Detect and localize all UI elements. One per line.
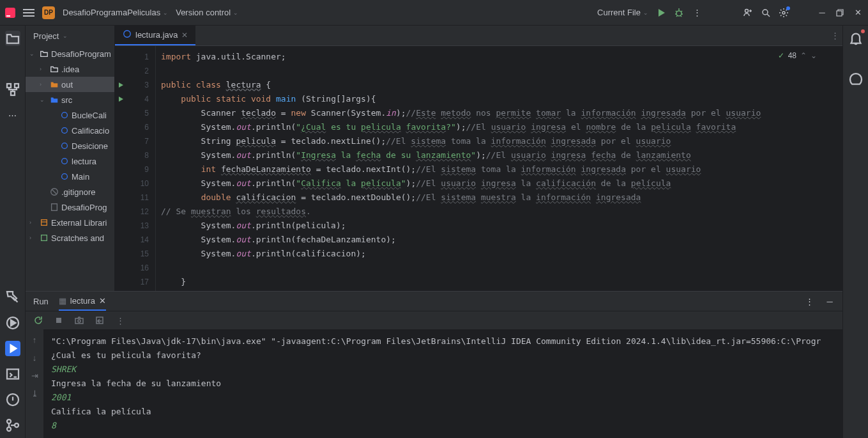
hammer-tool-button[interactable] (5, 290, 20, 305)
down-stack-button[interactable]: ↓ (29, 352, 40, 363)
svg-rect-6 (15, 84, 19, 88)
svg-point-2 (763, 10, 768, 15)
svg-rect-4 (837, 11, 842, 16)
screenshot-button[interactable] (74, 315, 84, 325)
ij-logo-icon (5, 8, 15, 18)
inspection-widget[interactable]: ✓ 48 ⌃ ⌄ (778, 51, 817, 60)
project-panel: Project ⌄ ⌄DesafioProgram›.idea›out⌄srcB… (26, 26, 115, 291)
notifications-button[interactable] (848, 31, 864, 46)
tree-item[interactable]: ›Scratches and (26, 230, 114, 246)
debug-button[interactable] (674, 8, 684, 18)
svg-point-14 (62, 113, 68, 118)
project-badge: DP (42, 6, 55, 19)
terminal-tool-button[interactable] (5, 366, 20, 382)
tree-item[interactable]: lectura (26, 153, 114, 169)
right-tool-rail (842, 26, 868, 438)
titlebar: DP DesafioProgramaPeliculas ⌄ Version co… (0, 0, 868, 26)
search-everywhere-icon[interactable] (761, 8, 771, 18)
rerun-button[interactable] (33, 315, 43, 325)
maximize-button[interactable] (835, 8, 845, 18)
structure-tool-button[interactable] (5, 82, 20, 97)
run-gutter[interactable] (115, 46, 126, 291)
tree-item[interactable]: .gitignore (26, 184, 114, 199)
run-actions-more[interactable]: ⋮ (115, 315, 125, 325)
run-tool-button[interactable] (5, 341, 20, 356)
hide-run-button[interactable]: ─ (825, 296, 835, 306)
more-actions-button[interactable]: ⋮ (692, 8, 702, 18)
tree-item[interactable]: DesafioProg (26, 199, 114, 215)
svg-point-23 (124, 31, 131, 38)
run-more-button[interactable]: ⋮ (804, 296, 814, 306)
project-name-label: DesafioProgramaPeliculas (63, 8, 160, 17)
tree-item[interactable]: ›.idea (26, 61, 114, 77)
run-side-toolbar: ↑ ↓ ⇥ ⤓ (26, 329, 43, 438)
svg-point-3 (782, 12, 785, 14)
minimize-button[interactable]: ─ (817, 8, 827, 18)
svg-rect-22 (42, 235, 47, 241)
editor: lectura.java ✕ ⋮ 12345678910111213141516… (115, 26, 842, 291)
vcs-dropdown[interactable]: Version control ⌄ (176, 8, 238, 17)
stop-button[interactable] (54, 315, 64, 325)
code-with-me-icon[interactable] (743, 8, 753, 18)
close-window-button[interactable]: ✕ (853, 8, 863, 18)
tree-item[interactable]: ⌄DesafioProgram (26, 46, 114, 61)
svg-point-12 (7, 427, 11, 431)
more-tools-button[interactable]: ⋯ (5, 107, 20, 123)
prev-problem-button[interactable]: ⌃ (800, 51, 807, 60)
main-menu-button[interactable] (23, 9, 34, 17)
problems-tool-button[interactable] (5, 392, 20, 407)
left-tool-rail: ⋯ (0, 26, 26, 438)
run-config-tab[interactable]: ▦ lectura ✕ (59, 292, 106, 311)
console-output[interactable]: "C:\Program Files\Java\jdk-17\bin\java.e… (43, 329, 842, 438)
editor-more-button[interactable]: ⋮ (827, 26, 842, 45)
svg-rect-25 (75, 318, 83, 324)
run-config-dropdown[interactable]: Current File ⌄ (597, 8, 648, 17)
vcs-tool-button[interactable] (5, 418, 20, 433)
tree-item[interactable]: Desicione (26, 138, 114, 153)
close-run-tab-button[interactable]: ✕ (99, 296, 106, 306)
svg-rect-20 (52, 204, 57, 211)
project-tree[interactable]: ⌄DesafioProgram›.idea›out⌄srcBucleCaliCa… (26, 46, 114, 291)
svg-point-1 (745, 9, 749, 12)
editor-tab[interactable]: lectura.java ✕ (115, 26, 195, 45)
run-panel: Run ▦ lectura ✕ ⋮ ─ ⋮ ↑ ↓ (26, 291, 842, 438)
run-button[interactable] (656, 8, 666, 18)
scroll-end-button[interactable]: ⤓ (29, 388, 40, 398)
ai-assistant-button[interactable] (848, 72, 864, 87)
run-panel-title: Run (33, 297, 49, 306)
tree-item[interactable]: Calificacio (26, 123, 114, 138)
services-tool-button[interactable] (5, 315, 20, 331)
vcs-label: Version control (176, 8, 231, 17)
chevron-down-icon: ⌄ (163, 10, 168, 16)
svg-rect-7 (11, 91, 15, 95)
tree-item[interactable]: Main (26, 169, 114, 184)
tree-item[interactable]: ›External Librari (26, 215, 114, 230)
project-panel-title: Project (33, 31, 59, 41)
svg-point-26 (78, 320, 80, 322)
svg-point-15 (62, 128, 68, 134)
svg-point-17 (62, 159, 68, 164)
tree-item[interactable]: ⌄src (26, 92, 114, 107)
svg-rect-5 (7, 84, 11, 88)
tree-item[interactable]: BucleCali (26, 107, 114, 123)
svg-point-16 (62, 143, 68, 149)
project-panel-header[interactable]: Project ⌄ (26, 26, 114, 46)
project-tool-button[interactable] (5, 31, 20, 46)
project-dropdown[interactable]: DesafioProgramaPeliculas ⌄ (63, 8, 168, 17)
svg-point-13 (15, 423, 19, 427)
svg-point-18 (62, 174, 68, 180)
up-stack-button[interactable]: ↑ (29, 334, 40, 345)
close-tab-button[interactable]: ✕ (181, 31, 188, 40)
soft-wrap-button[interactable]: ⇥ (29, 370, 40, 380)
java-file-icon (123, 29, 132, 40)
tree-item[interactable]: ›out (26, 77, 114, 92)
next-problem-button[interactable]: ⌄ (811, 51, 817, 60)
run-config-label: Current File (597, 8, 641, 17)
svg-rect-24 (56, 318, 61, 323)
svg-rect-21 (42, 220, 47, 226)
chevron-down-icon: ⌄ (233, 10, 238, 16)
code-content[interactable]: import java.util.Scanner; public class l… (156, 46, 842, 291)
chevron-down-icon: ⌄ (63, 33, 68, 39)
settings-icon[interactable] (779, 8, 789, 18)
exit-button[interactable] (95, 315, 105, 325)
